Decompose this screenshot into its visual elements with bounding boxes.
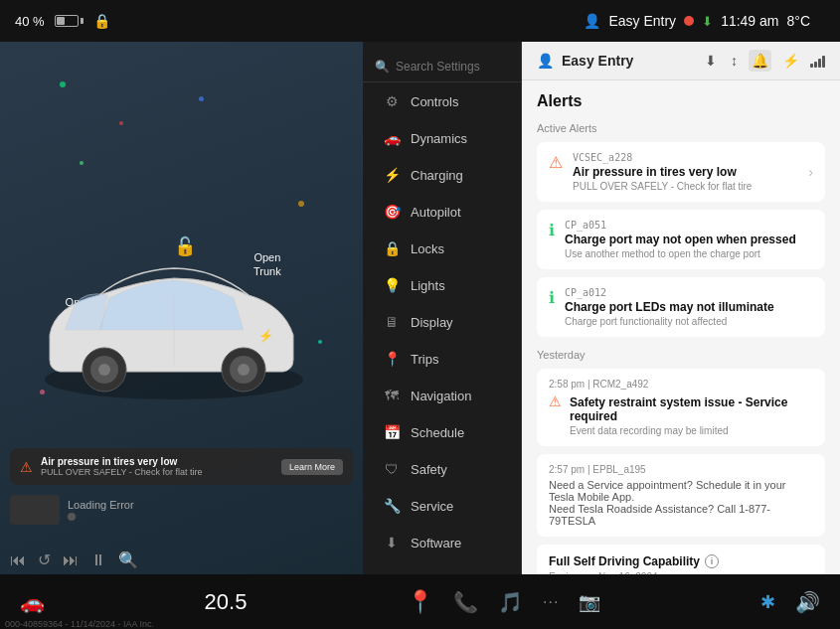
- nav-label-navigation: Navigation: [411, 389, 471, 403]
- nav-item-navigation[interactable]: 🗺 Navigation: [368, 378, 516, 413]
- deco-dot: [60, 81, 66, 87]
- nav-item-display[interactable]: 🖥 Display: [368, 304, 516, 340]
- alert-title-0: Air pressure in tires very low: [573, 165, 798, 179]
- alert-banner-title: Air pressure in tires very low: [41, 456, 273, 467]
- nav-icon-software: ⬇: [383, 535, 401, 550]
- header-icons: ⬇ ↕ 🔔 ⚡: [702, 50, 825, 72]
- deco-dot: [80, 161, 84, 165]
- service-time: 2:57 pm | EPBL_a195: [549, 464, 813, 475]
- header-sort-icon[interactable]: ↕: [728, 50, 741, 72]
- fsd-title: Full Self Driving Capability i: [549, 554, 813, 568]
- signal-bar-3: [818, 59, 821, 68]
- status-left: 40 % 🔒: [15, 13, 569, 29]
- deco-dot: [119, 121, 123, 125]
- taskbar-nav: 📍 📞 🎵 ··· 📷: [407, 589, 600, 615]
- speed-display: 20.5: [205, 589, 248, 615]
- nav-item-charging[interactable]: ⚡ Charging: [368, 157, 516, 193]
- profile-icon: 👤: [584, 13, 600, 29]
- search-bar[interactable]: 🔍: [363, 52, 521, 82]
- refresh-button[interactable]: ↺: [38, 550, 51, 569]
- media-search-button[interactable]: 🔍: [118, 550, 138, 569]
- alert-content-1: CP_a051 Charge port may not open when pr…: [565, 220, 813, 259]
- next-button[interactable]: ⏭: [63, 551, 79, 569]
- fsd-section: Full Self Driving Capability i Expires o…: [537, 545, 825, 574]
- alert-subtitle-0: PULL OVER SAFELY - Check for flat tire: [573, 181, 798, 192]
- temp-display: 8°C: [787, 13, 811, 29]
- taskbar-car-icon[interactable]: 🚗: [20, 590, 45, 614]
- right-header-left: 👤 Easy Entry: [537, 53, 633, 69]
- taskbar-volume-icon[interactable]: 🔊: [795, 590, 820, 614]
- nav-icon-safety: 🛡: [383, 461, 401, 477]
- signal-bar-2: [814, 62, 817, 68]
- nav-label-display: Display: [411, 315, 453, 330]
- header-profile-icon: 👤: [537, 53, 554, 69]
- media-controls: ⏮ ↺ ⏭ ⏸ 🔍: [10, 550, 138, 569]
- alert-item-2[interactable]: ℹ CP_a012 Charge port LEDs may not illum…: [537, 277, 825, 337]
- search-input[interactable]: [396, 60, 509, 74]
- alert-item-1[interactable]: ℹ CP_a051 Charge port may not open when …: [537, 210, 825, 269]
- taskbar-right: ✱ 🔊: [760, 590, 820, 614]
- yesterday-items-list: 2:58 pm | RCM2_a492 ⚠ Safety restraint s…: [537, 369, 825, 446]
- nav-label-autopilot: Autopilot: [411, 205, 461, 220]
- nav-icon-locks: 🔒: [383, 240, 401, 256]
- taskbar-bluetooth-icon[interactable]: ✱: [760, 592, 775, 612]
- nav-item-locks[interactable]: 🔒 Locks: [368, 231, 516, 266]
- alert-banner-text: Air pressure in tires very low PULL OVER…: [41, 456, 273, 477]
- nav-icon-trips: 📍: [383, 351, 401, 367]
- loading-text: Loading Error: [68, 499, 134, 511]
- active-alerts-label: Active Alerts: [537, 122, 825, 134]
- nav-icon-schedule: 📅: [383, 424, 401, 440]
- download-icon: ⬇: [702, 14, 713, 29]
- right-panel-header: 👤 Easy Entry ⬇ ↕ 🔔 ⚡: [522, 42, 840, 80]
- yesterday-row-0: ⚠ Safety restraint system issue - Servic…: [549, 393, 813, 436]
- search-icon: 🔍: [375, 60, 390, 74]
- right-panel: 👤 Easy Entry ⬇ ↕ 🔔 ⚡ Alerts Active Alert…: [522, 42, 840, 574]
- prev-button[interactable]: ⏮: [10, 551, 26, 569]
- deco-dot: [199, 96, 204, 101]
- alert-icon-1: ℹ: [549, 221, 555, 239]
- alert-icon-0: ⚠: [549, 153, 563, 172]
- nav-label-safety: Safety: [411, 462, 447, 477]
- service-text-2: Need Tesla Roadside Assistance? Call 1-8…: [549, 503, 813, 527]
- taskbar-camera-icon[interactable]: 📷: [579, 591, 600, 613]
- nav-item-trips[interactable]: 📍 Trips: [368, 341, 516, 377]
- header-bluetooth-icon[interactable]: ⚡: [779, 50, 802, 72]
- nav-item-safety[interactable]: 🛡 Safety: [368, 451, 516, 487]
- fsd-info-icon[interactable]: i: [705, 554, 719, 568]
- taskbar-bluetooth-container: ✱: [760, 591, 775, 613]
- status-bar: 40 % 🔒 👤 Easy Entry ⬇ 11:49 am 8°C: [0, 0, 840, 42]
- nav-icon-controls: ⚙: [383, 93, 401, 109]
- taskbar-map-icon[interactable]: 📍: [407, 589, 433, 615]
- nav-items-list: ⚙ Controls 🚗 Dynamics ⚡ Charging 🎯 Autop…: [363, 83, 521, 560]
- svg-text:⚡: ⚡: [258, 328, 273, 343]
- alert-content-0: VCSEC_a228 Air pressure in tires very lo…: [573, 152, 798, 192]
- nav-item-software[interactable]: ⬇ Software: [368, 525, 516, 560]
- nav-item-dynamics[interactable]: 🚗 Dynamics: [368, 120, 516, 156]
- nav-item-service[interactable]: 🔧 Service: [368, 488, 516, 524]
- header-bell-icon[interactable]: 🔔: [749, 50, 771, 72]
- alert-item-0[interactable]: ⚠ VCSEC_a228 Air pressure in tires very …: [537, 142, 825, 202]
- alert-icon-2: ℹ: [549, 288, 555, 307]
- pause-button[interactable]: ⏸: [90, 551, 106, 569]
- learn-more-button[interactable]: Learn More: [281, 459, 343, 475]
- alert-title-2: Charge port LEDs may not illuminate: [565, 300, 813, 314]
- alert-banner-subtitle: PULL OVER SAFELY - Check for flat tire: [41, 467, 273, 477]
- nav-item-autopilot[interactable]: 🎯 Autopilot: [368, 194, 516, 230]
- ticket-label: 000-40859364 - 11/14/2024 - IAA Inc.: [5, 619, 154, 629]
- header-download-icon[interactable]: ⬇: [702, 50, 720, 72]
- nav-item-controls[interactable]: ⚙ Controls: [368, 83, 516, 119]
- battery-percent: 40 %: [15, 14, 45, 29]
- easy-entry-status: Easy Entry: [608, 13, 676, 29]
- nav-icon-lights: 💡: [383, 277, 401, 293]
- nav-icon-charging: ⚡: [383, 167, 401, 183]
- nav-item-lights[interactable]: 💡 Lights: [368, 267, 516, 303]
- nav-icon-navigation: 🗺: [383, 388, 401, 403]
- loading-dot: [68, 513, 76, 521]
- left-panel: Open Trunk 🔓 Open Frunk: [0, 42, 363, 574]
- taskbar-more-icon[interactable]: ···: [543, 593, 559, 611]
- yesterday-item-0[interactable]: 2:58 pm | RCM2_a492 ⚠ Safety restraint s…: [537, 369, 825, 446]
- taskbar-music-icon[interactable]: 🎵: [498, 590, 523, 614]
- alert-subtitle-2: Charge port functionality not affected: [565, 316, 813, 327]
- taskbar-phone-icon[interactable]: 📞: [453, 590, 478, 614]
- nav-item-schedule[interactable]: 📅 Schedule: [368, 414, 516, 450]
